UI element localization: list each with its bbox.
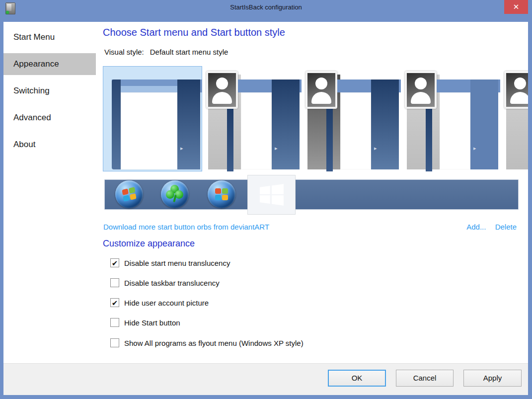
person-icon <box>307 73 335 107</box>
check-icon: ✔ <box>112 259 118 267</box>
checkbox-box[interactable]: ✔ <box>110 338 119 347</box>
apply-button[interactable]: Apply <box>463 370 522 387</box>
download-orbs-link[interactable]: Download more start button orbs from dev… <box>103 223 269 231</box>
cancel-button[interactable]: Cancel <box>396 370 454 387</box>
windows7-orb[interactable] <box>115 180 143 208</box>
checkbox-box[interactable]: ✔ <box>110 278 119 287</box>
preview-thumbnail-4[interactable]: ▸ <box>401 66 500 171</box>
submenu-arrow-icon: ▸ <box>374 145 377 152</box>
preview-thumbnail-3[interactable]: ▸ <box>302 66 401 171</box>
person-icon <box>506 73 528 107</box>
close-button[interactable]: ✕ <box>504 0 528 14</box>
visual-style-value: Default start menu style <box>150 48 228 56</box>
user-picture-icon <box>206 71 238 109</box>
submenu-arrow-icon: ▸ <box>180 145 183 152</box>
check-icon: ✔ <box>112 299 118 307</box>
sidebar-item-about[interactable]: About <box>3 134 96 156</box>
submenu-arrow-icon: ▸ <box>473 145 476 152</box>
page-title: Choose Start menu and Start button style <box>103 27 285 38</box>
person-icon <box>208 73 236 107</box>
links-row: Download more start button orbs from dev… <box>103 223 528 231</box>
preview-thumbnail-5[interactable] <box>500 66 528 171</box>
windows-flag-icon <box>215 188 228 200</box>
person-icon <box>407 73 435 107</box>
window-title: StartIsBack configuration <box>0 3 532 11</box>
visual-style-row: Visual style:Default start menu style <box>104 48 228 56</box>
preview-thumbnail-default[interactable]: ▸ <box>103 66 202 171</box>
user-picture-icon <box>405 71 437 109</box>
checkbox-box[interactable]: ✔ <box>110 298 119 307</box>
shamrock-orb[interactable] <box>161 180 189 208</box>
windows8-flat-orb-selected[interactable] <box>247 175 296 215</box>
windows8-logo-icon <box>260 184 284 206</box>
dialog-content: Start Menu Appearance Switching Advanced… <box>3 22 528 395</box>
sidebar-item-advanced[interactable]: Advanced <box>3 107 96 129</box>
submenu-arrow-icon: ▸ <box>275 145 278 152</box>
windows-flag-icon <box>122 187 136 202</box>
user-picture-icon <box>504 71 528 109</box>
user-picture-icon <box>305 71 337 109</box>
sidebar-item-start-menu[interactable]: Start Menu <box>3 26 96 48</box>
sidebar-item-switching[interactable]: Switching <box>3 80 96 102</box>
checkbox-box[interactable]: ✔ <box>110 318 119 327</box>
preview-thumbnail-2[interactable]: ▸ <box>202 66 302 171</box>
ok-button[interactable]: OK <box>328 370 386 387</box>
checkbox-box[interactable]: ✔ <box>110 258 119 267</box>
style-preview-strip: ▸ ▸ ▸ ▸ <box>103 66 528 171</box>
add-orb-link[interactable]: Add... <box>466 223 486 231</box>
visual-style-label: Visual style: <box>104 48 144 56</box>
window-frame: StartIsBack configuration ✕ Start Menu A… <box>0 0 532 399</box>
shamrock-icon <box>166 185 184 203</box>
delete-orb-link[interactable]: Delete <box>495 223 517 231</box>
sidebar-item-appearance[interactable]: Appearance <box>3 53 96 75</box>
customize-appearance-heading: Customize appearance <box>103 239 195 249</box>
windows7-square-orb[interactable] <box>208 180 235 208</box>
